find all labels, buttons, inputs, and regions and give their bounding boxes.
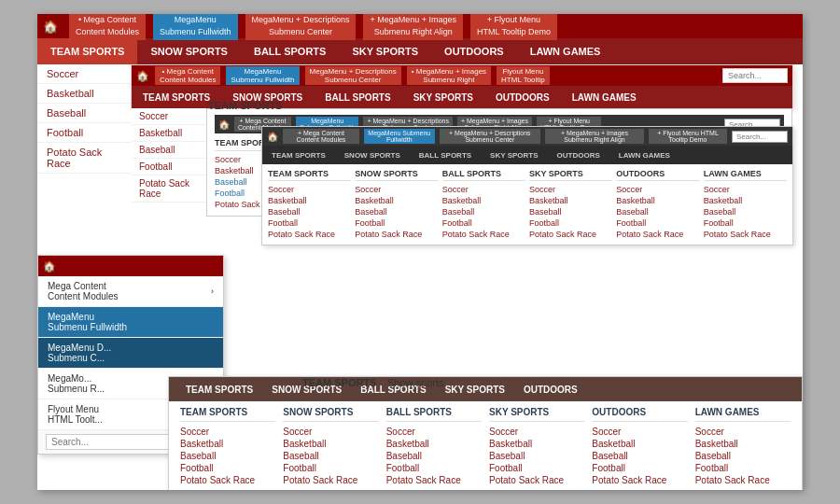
third-search-input[interactable] — [732, 131, 788, 143]
pgrid-item-baseball-ball[interactable]: Baseball — [386, 450, 482, 462]
second-sidebar-football[interactable]: Football — [132, 159, 211, 175]
third-item-baseball-out[interactable]: Baseball — [616, 206, 699, 217]
second-topbar-btn-desc[interactable]: MegaMenu + DescriptionsSubmenu Center — [305, 66, 401, 85]
third-mainnav-lawn[interactable]: LAWN GAMES — [609, 146, 679, 164]
third-item-basketball-ball[interactable]: Basketball — [442, 195, 525, 206]
third-item-basketball-sky[interactable]: Basketball — [529, 195, 612, 206]
third-item-soccer-out[interactable]: Soccer — [616, 184, 699, 195]
third-mainnav-snow[interactable]: SNOW SPORTS — [335, 146, 410, 164]
third-btn-mega[interactable]: + Mega Content Content Modules — [283, 129, 359, 144]
pgrid-item-potato-lawn[interactable]: Potato Sack Race — [695, 474, 791, 486]
pgrid-item-baseball-sky[interactable]: Baseball — [489, 450, 584, 462]
topbar-btn-mega-content[interactable]: • Mega ContentContent Modules — [69, 14, 146, 40]
third-item-soccer-sky[interactable]: Soccer — [529, 184, 612, 195]
pgrid-item-potato-ball[interactable]: Potato Sack Race — [386, 474, 482, 486]
pgrid-item-potato-snow[interactable]: Potato Sack Race — [283, 474, 378, 486]
pgrid-item-football-snow[interactable]: Football — [283, 462, 378, 474]
mainnav-item-ball-sports[interactable]: BALL SPORTS — [241, 38, 339, 64]
second-sidebar-baseball[interactable]: Baseball — [132, 142, 211, 159]
pgrid-item-soccer-sky[interactable]: Soccer — [489, 426, 584, 438]
pgrid-item-baseball-snow[interactable]: Baseball — [283, 450, 378, 462]
pgrid-item-basketball-snow[interactable]: Basketball — [283, 438, 378, 450]
third-item-baseball-snow[interactable]: Baseball — [355, 206, 438, 217]
third-mainnav-ball[interactable]: BALL SPORTS — [410, 146, 481, 164]
topbar-btn-megamenu-images[interactable]: + MegaMenu + ImagesSubmenu Right Align — [363, 14, 463, 40]
topbar-btn-flyout[interactable]: + Flyout MenuHTML Tooltip Demo — [470, 14, 557, 40]
pgrid-item-football-out[interactable]: Football — [592, 462, 687, 474]
third-item-football-team[interactable]: Football — [268, 217, 351, 229]
third-btn-desc[interactable]: + MegaMenu + Descriptions Submenu Center — [440, 129, 540, 144]
third-item-baseball-ball[interactable]: Baseball — [442, 206, 525, 217]
pgrid-item-soccer-snow[interactable]: Soccer — [283, 426, 378, 438]
third-item-basketball-snow[interactable]: Basketball — [355, 195, 438, 206]
pgrid-item-soccer-lawn[interactable]: Soccer — [695, 426, 791, 438]
third-item-football-lawn[interactable]: Football — [704, 217, 787, 229]
pgrid-item-potato-out[interactable]: Potato Sack Race — [592, 474, 687, 486]
third-item-basketball-out[interactable]: Basketball — [616, 195, 699, 206]
pgrid-item-potato-sky[interactable]: Potato Sack Race — [489, 474, 584, 486]
pgrid-item-baseball-out[interactable]: Baseball — [592, 450, 687, 462]
third-btn-megamenu[interactable]: MegaMenu Submenu Fullwidth — [364, 129, 435, 144]
sidebar-item-potato[interactable]: Potato Sack Race — [37, 143, 134, 174]
topbar-btn-megamenu-desc[interactable]: MegaMenu + DescriptionsSubmenu Center — [245, 14, 357, 40]
second-mainnav-lawn[interactable]: LAWN GAMES — [561, 86, 648, 108]
pgrid-item-soccer-ball[interactable]: Soccer — [386, 426, 482, 438]
third-item-basketball-team[interactable]: Basketball — [268, 195, 351, 206]
sidebar-item-soccer[interactable]: Soccer — [37, 64, 134, 84]
pgrid-item-football-lawn[interactable]: Football — [695, 462, 791, 474]
second-search-input[interactable] — [722, 68, 788, 83]
third-item-football-ball[interactable]: Football — [442, 217, 525, 229]
topbar-btn-megamenu[interactable]: MegaMenuSubmenu Fullwidth — [153, 14, 238, 40]
mainnav-item-lawn-games[interactable]: LAWN GAMES — [517, 38, 614, 64]
mainnav-item-team-sports[interactable]: TEAM SPORTS — [37, 38, 137, 64]
third-item-soccer-ball[interactable]: Soccer — [442, 184, 525, 195]
second-mainnav-ball[interactable]: BALL SPORTS — [314, 86, 401, 108]
third-item-baseball-team[interactable]: Baseball — [268, 206, 351, 217]
second-topbar-btn-images[interactable]: • MegaMenu + ImagesSubmenu Right — [407, 66, 491, 85]
third-mainnav-team[interactable]: TEAM SPORTS — [262, 146, 335, 164]
second-sidebar-soccer[interactable]: Soccer — [132, 108, 211, 125]
panel-mid-item-megamenu[interactable]: MegaMenuSubmenu Fullwidth — [38, 307, 223, 338]
pgrid-item-basketball-out[interactable]: Basketball — [592, 438, 687, 450]
pgrid-item-football-team[interactable]: Football — [180, 462, 275, 474]
pgrid-item-soccer-out[interactable]: Soccer — [592, 426, 687, 438]
third-item-soccer-snow[interactable]: Soccer — [355, 184, 438, 195]
pgrid-item-football-ball[interactable]: Football — [386, 462, 482, 474]
second-topbar-btn-mega[interactable]: • Mega ContentContent Modules — [155, 66, 220, 85]
pgrid-item-baseball-team[interactable]: Baseball — [180, 450, 275, 462]
third-item-potato-out[interactable]: Potato Sack Race — [616, 229, 699, 240]
third-item-potato-team[interactable]: Potato Sack Race — [268, 229, 351, 240]
second-mainnav-sky[interactable]: SKY SPORTS — [402, 86, 484, 108]
second-topbar-btn-flyout[interactable]: Flyout MenuHTML Tooltip — [497, 66, 550, 85]
pgrid-item-baseball-lawn[interactable]: Baseball — [695, 450, 791, 462]
third-item-soccer-lawn[interactable]: Soccer — [704, 184, 787, 195]
panel-mid-item-megamenu-d[interactable]: MegaMenu D...Submenu C... — [38, 338, 223, 369]
sidebar-item-baseball[interactable]: Baseball — [37, 104, 134, 123]
third-item-potato-snow[interactable]: Potato Sack Race — [355, 229, 438, 240]
third-item-potato-ball[interactable]: Potato Sack Race — [442, 229, 525, 240]
third-item-potato-sky[interactable]: Potato Sack Race — [529, 229, 612, 240]
pgrid-item-basketball-sky[interactable]: Basketball — [489, 438, 584, 450]
sidebar-item-basketball[interactable]: Basketball — [37, 84, 134, 104]
mainnav-item-sky-sports[interactable]: SKY SPORTS — [339, 38, 431, 64]
panel-mid-item-mega[interactable]: Mega ContentContent Modules › — [38, 276, 223, 307]
pgrid-item-basketball-team[interactable]: Basketball — [180, 438, 275, 450]
pgrid-item-football-sky[interactable]: Football — [489, 462, 584, 474]
third-item-potato-lawn[interactable]: Potato Sack Race — [704, 229, 787, 240]
second-sidebar-potato[interactable]: Potato Sack Race — [132, 175, 211, 203]
pgrid-item-potato-team[interactable]: Potato Sack Race — [180, 474, 275, 486]
third-item-soccer-team[interactable]: Soccer — [268, 184, 351, 195]
second-mainnav-outdoors[interactable]: OUTDOORS — [484, 86, 561, 108]
third-item-basketball-lawn[interactable]: Basketball — [704, 195, 787, 206]
second-sidebar-basketball[interactable]: Basketball — [132, 125, 211, 142]
third-btn-flyout[interactable]: + Flyout Menu HTML Tooltip Demo — [649, 129, 727, 144]
third-mainnav-outdoors[interactable]: OUTDOORS — [548, 146, 609, 164]
third-item-baseball-lawn[interactable]: Baseball — [704, 206, 787, 217]
mainnav-item-outdoors[interactable]: OUTDOORS — [431, 38, 517, 64]
pgrid-item-basketball-lawn[interactable]: Basketball — [695, 438, 791, 450]
pgrid-item-soccer-team[interactable]: Soccer — [180, 426, 275, 438]
sidebar-item-football[interactable]: Football — [37, 123, 134, 143]
third-mainnav-sky[interactable]: SKY SPORTS — [481, 146, 547, 164]
third-btn-images[interactable]: + MegaMenu + Images Submenu Right Align — [545, 129, 644, 144]
third-item-baseball-sky[interactable]: Baseball — [529, 206, 612, 217]
